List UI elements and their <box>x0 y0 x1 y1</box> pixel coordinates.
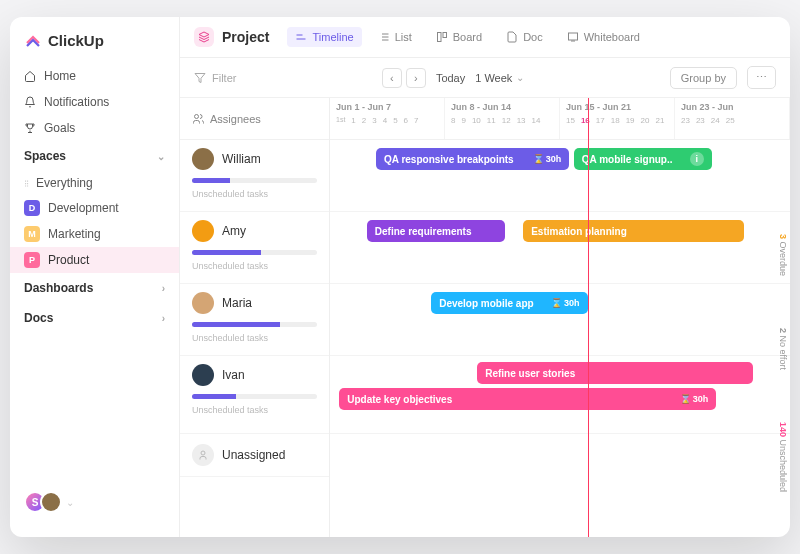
progress-bar <box>192 178 317 183</box>
noeffort-tag[interactable]: 2 No effort <box>776 322 790 376</box>
svg-rect-2 <box>568 33 577 40</box>
tab-whiteboard[interactable]: Whiteboard <box>559 27 648 47</box>
space-product[interactable]: P Product <box>10 247 179 273</box>
assignee-name-label: William <box>222 152 261 166</box>
unscheduled-label: Unscheduled tasks <box>192 261 317 271</box>
week-label: Jun 15 - Jun 21 <box>566 102 668 112</box>
overdue-tag[interactable]: 3 Overdue <box>776 228 790 282</box>
task-bar[interactable]: Estimation planning <box>523 220 744 242</box>
task-label: Define requirements <box>375 226 472 237</box>
hourglass-icon: ⌛ <box>533 154 544 164</box>
unscheduled-label: Unscheduled tasks <box>192 189 317 199</box>
tab-board[interactable]: Board <box>428 27 490 47</box>
project-icon[interactable] <box>194 27 214 47</box>
progress-bar <box>192 250 317 255</box>
space-badge-p: P <box>24 252 40 268</box>
tab-doc[interactable]: Doc <box>498 27 551 47</box>
sidebar: ClickUp Home Notifications Goals Spaces … <box>10 17 180 537</box>
task-label: Estimation planning <box>531 226 627 237</box>
task-bar[interactable]: QA mobile signup..i <box>574 148 712 170</box>
topbar: Project Timeline List Board Doc Whiteboa… <box>180 17 790 58</box>
nav-goals-label: Goals <box>44 121 75 135</box>
filter-button[interactable]: Filter <box>194 72 236 84</box>
tab-whiteboard-label: Whiteboard <box>584 31 640 43</box>
nav-home-label: Home <box>44 69 76 83</box>
tab-board-label: Board <box>453 31 482 43</box>
assignee-header[interactable]: Assignees <box>180 98 329 140</box>
user-avatar-2[interactable] <box>40 491 62 513</box>
dashboards-header[interactable]: Dashboards › <box>10 273 179 303</box>
unassigned-icon <box>192 444 214 466</box>
trophy-icon <box>24 122 36 134</box>
dashboards-label: Dashboards <box>24 281 93 295</box>
avatar <box>192 148 214 170</box>
task-bar[interactable]: Define requirements <box>367 220 505 242</box>
task-hours: ⌛30h <box>551 298 580 308</box>
nav-notifications[interactable]: Notifications <box>10 89 179 115</box>
spaces-label: Spaces <box>24 149 66 163</box>
assignee-name-label: Ivan <box>222 368 245 382</box>
docs-header[interactable]: Docs › <box>10 303 179 333</box>
next-button[interactable]: › <box>406 68 426 88</box>
sidebar-footer: S ⌄ <box>10 481 179 523</box>
logo[interactable]: ClickUp <box>10 31 179 63</box>
timeline-body[interactable]: Jun 1 - Jun 71st1234567Jun 8 - Jun 14891… <box>330 98 790 537</box>
prev-button[interactable]: ‹ <box>382 68 402 88</box>
chevron-down-icon: ⌄ <box>516 72 524 83</box>
task-bar[interactable]: QA responsive breakpoints⌛30h <box>376 148 569 170</box>
hourglass-icon: ⌛ <box>680 394 691 404</box>
timeline-row[interactable]: Define requirementsEstimation planning <box>330 212 790 284</box>
range-label: 1 Week <box>475 72 512 84</box>
assignee-name-label: Amy <box>222 224 246 238</box>
avatar <box>192 292 214 314</box>
nav-home[interactable]: Home <box>10 63 179 89</box>
docs-label: Docs <box>24 311 53 325</box>
week-days: 15161718192021 <box>566 116 668 125</box>
group-by-button[interactable]: Group by <box>670 67 737 89</box>
doc-icon <box>506 31 518 43</box>
range-selector[interactable]: 1 Week ⌄ <box>475 72 524 84</box>
assignee-row[interactable]: WilliamUnscheduled tasks <box>180 140 329 212</box>
task-bar[interactable]: Develop mobile app⌛30h <box>431 292 587 314</box>
timeline-row[interactable]: Refine user storiesUpdate key objectives… <box>330 356 790 434</box>
chevron-down-icon: ⌄ <box>157 151 165 162</box>
app-window: ClickUp Home Notifications Goals Spaces … <box>10 17 790 537</box>
week-column: Jun 1 - Jun 71st1234567 <box>330 98 445 139</box>
timeline-row[interactable]: Develop mobile app⌛30h <box>330 284 790 356</box>
task-bar[interactable]: Refine user stories <box>477 362 753 384</box>
chevron-right-icon: › <box>162 313 165 324</box>
cube-icon <box>198 31 210 43</box>
timeline-row[interactable]: QA responsive breakpoints⌛30hQA mobile s… <box>330 140 790 212</box>
space-badge-m: M <box>24 226 40 242</box>
unassigned-row[interactable]: Unassigned <box>180 434 329 477</box>
tab-timeline[interactable]: Timeline <box>287 27 361 47</box>
unscheduled-label: Unscheduled tasks <box>192 405 317 415</box>
nav-goals[interactable]: Goals <box>10 115 179 141</box>
progress-bar <box>192 394 317 399</box>
space-development[interactable]: D Development <box>10 195 179 221</box>
assignee-row[interactable]: AmyUnscheduled tasks <box>180 212 329 284</box>
task-bar[interactable]: Update key objectives⌛30h <box>339 388 716 410</box>
tab-doc-label: Doc <box>523 31 543 43</box>
assignee-row[interactable]: MariaUnscheduled tasks <box>180 284 329 356</box>
chevron-down-icon[interactable]: ⌄ <box>66 497 74 508</box>
svg-rect-0 <box>437 33 441 42</box>
task-label: QA mobile signup.. <box>582 154 673 165</box>
hourglass-icon: ⌛ <box>551 298 562 308</box>
today-button[interactable]: Today <box>436 72 465 84</box>
space-marketing[interactable]: M Marketing <box>10 221 179 247</box>
unscheduled-tag[interactable]: 140 Unscheduled <box>776 416 790 498</box>
tab-list[interactable]: List <box>370 27 420 47</box>
spaces-header[interactable]: Spaces ⌄ <box>10 141 179 171</box>
whiteboard-icon <box>567 31 579 43</box>
more-button[interactable]: ⋯ <box>747 66 776 89</box>
assignees-label: Assignees <box>210 113 261 125</box>
home-icon <box>24 70 36 82</box>
assignee-row[interactable]: IvanUnscheduled tasks <box>180 356 329 434</box>
week-label: Jun 8 - Jun 14 <box>451 102 553 112</box>
task-label: QA responsive breakpoints <box>384 154 514 165</box>
tab-timeline-label: Timeline <box>312 31 353 43</box>
clickup-logo-icon <box>24 31 42 49</box>
assignee-name-label: Maria <box>222 296 252 310</box>
space-everything[interactable]: ⁝⁝ Everything <box>10 171 179 195</box>
